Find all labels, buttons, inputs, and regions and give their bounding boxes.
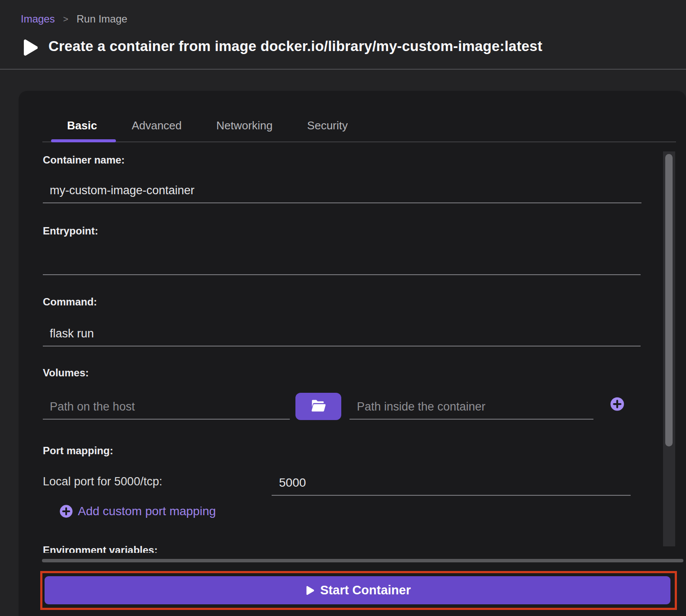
port-mapping-label: Port mapping: xyxy=(43,445,113,457)
command-input[interactable] xyxy=(43,324,641,346)
page-title: Create a container from image docker.io/… xyxy=(48,38,542,55)
container-name-label: Container name: xyxy=(43,154,125,166)
play-icon xyxy=(304,585,314,596)
local-port-input[interactable] xyxy=(272,473,631,496)
entrypoint-label: Entrypoint: xyxy=(43,225,98,237)
volumes-label: Volumes: xyxy=(43,367,89,379)
page-header: Images > Run Image Create a container fr… xyxy=(0,0,686,70)
add-custom-port-mapping-label: Add custom port mapping xyxy=(78,504,216,518)
local-port-label: Local port for 5000/tcp: xyxy=(43,475,162,488)
environment-variables-label: Environment variables: xyxy=(43,544,157,553)
tab-advanced[interactable]: Advanced xyxy=(131,119,182,135)
start-container-button[interactable]: Start Container xyxy=(45,576,670,604)
tab-basic[interactable]: Basic xyxy=(67,119,97,135)
environment-variables-section: Environment variables: xyxy=(43,544,157,553)
run-image-page: Images > Run Image Create a container fr… xyxy=(0,0,686,616)
run-image-form-panel: Basic Advanced Networking Security Conta… xyxy=(19,91,686,616)
breadcrumb-images-link[interactable]: Images xyxy=(21,13,55,25)
container-name-input[interactable] xyxy=(43,181,641,203)
tab-bar: Basic Advanced Networking Security xyxy=(67,119,348,135)
vertical-scrollbar-track[interactable] xyxy=(663,151,675,546)
start-container-label: Start Container xyxy=(320,583,410,597)
tab-networking[interactable]: Networking xyxy=(216,119,272,135)
browse-host-path-button[interactable] xyxy=(295,393,341,420)
entrypoint-input[interactable] xyxy=(43,253,641,275)
volume-host-path-input[interactable] xyxy=(43,397,290,420)
plus-circle-icon xyxy=(610,406,625,413)
command-label: Command: xyxy=(43,296,97,308)
breadcrumb-separator-icon: > xyxy=(63,14,68,24)
breadcrumb: Images > Run Image xyxy=(21,13,127,25)
play-icon xyxy=(19,37,38,60)
breadcrumb-current: Run Image xyxy=(77,13,127,25)
add-volume-button[interactable] xyxy=(610,397,625,411)
tab-security[interactable]: Security xyxy=(307,119,348,135)
vertical-scrollbar-thumb[interactable] xyxy=(665,154,673,446)
active-tab-indicator xyxy=(51,139,116,142)
add-custom-port-mapping-link[interactable]: Add custom port mapping xyxy=(59,504,216,518)
plus-circle-icon xyxy=(59,504,73,518)
horizontal-scrollbar-thumb[interactable] xyxy=(42,559,683,562)
folder-open-icon xyxy=(311,399,326,414)
volume-container-path-input[interactable] xyxy=(349,397,593,420)
tabs-divider xyxy=(42,141,676,142)
form-scroll-area: Container name: Entrypoint: Command: Vol… xyxy=(19,143,676,553)
